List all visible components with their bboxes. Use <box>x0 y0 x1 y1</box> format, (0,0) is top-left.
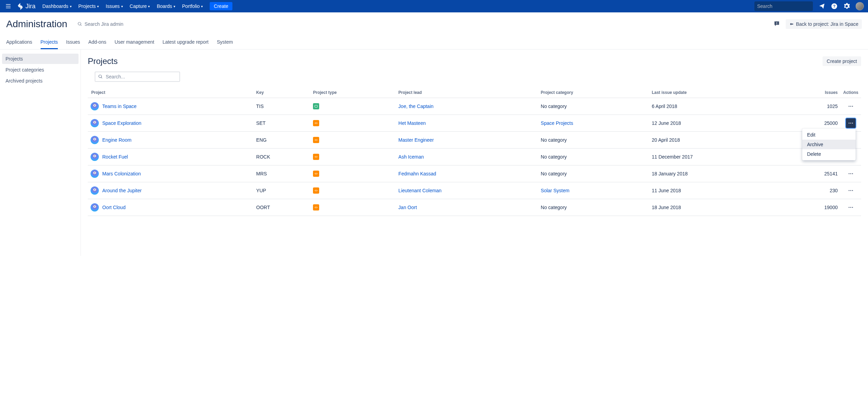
column-header: Key <box>253 87 310 98</box>
project-name-link[interactable]: Rocket Fuel <box>102 154 128 160</box>
last-issue-update: 18 June 2018 <box>649 199 785 216</box>
project-category: No category <box>538 98 649 115</box>
topnav-item-capture[interactable]: Capture▾ <box>130 3 150 9</box>
jira-logo[interactable]: Jira <box>17 2 35 10</box>
projects-table: ProjectKeyProject typeProject leadProjec… <box>88 87 861 216</box>
project-lead-link[interactable]: Het Masteen <box>398 120 426 126</box>
topnav-item-label: Dashboards <box>42 3 69 9</box>
project-avatar <box>91 136 99 144</box>
table-row: Engine RoomENGMaster EngineerNo category… <box>88 132 861 149</box>
project-lead-link[interactable]: Jan Oort <box>398 205 417 210</box>
topnav-item-issues[interactable]: Issues▾ <box>106 3 123 9</box>
project-avatar <box>91 186 99 195</box>
admin-tab-user-management[interactable]: User management <box>115 36 154 49</box>
feedback-icon[interactable] <box>773 20 780 28</box>
project-key: YUP <box>253 182 310 199</box>
svg-point-22 <box>852 190 853 191</box>
settings-icon[interactable] <box>843 3 850 10</box>
page-title: Administration <box>6 19 67 30</box>
sidebar-item-projects[interactable]: Projects <box>2 54 79 64</box>
project-lead-link[interactable]: Ash Iceman <box>398 154 424 160</box>
sidebar-item-project-categories[interactable]: Project categories <box>2 65 79 75</box>
row-actions-button[interactable] <box>846 101 856 111</box>
dropdown-item-archive[interactable]: Archive <box>802 140 856 149</box>
admin-tab-projects[interactable]: Projects <box>41 36 58 49</box>
project-type-icon <box>313 154 319 160</box>
project-category-link[interactable]: Solar System <box>541 188 569 193</box>
sidebar-item-archived-projects[interactable]: Archived projects <box>2 76 79 86</box>
row-actions-button[interactable] <box>846 169 856 179</box>
project-name-link[interactable]: Engine Room <box>102 137 132 143</box>
project-filter[interactable] <box>95 72 180 82</box>
topnav-item-projects[interactable]: Projects▾ <box>79 3 99 9</box>
column-header: Project <box>88 87 253 98</box>
global-search-input[interactable] <box>757 3 817 9</box>
svg-point-6 <box>850 106 851 107</box>
project-filter-input[interactable] <box>106 74 177 79</box>
svg-point-7 <box>852 106 853 107</box>
profile-avatar[interactable] <box>856 2 864 10</box>
admin-search-label: Search Jira admin <box>84 21 123 27</box>
global-search[interactable] <box>754 1 813 11</box>
dropdown-item-delete[interactable]: Delete <box>802 149 856 159</box>
project-name-link[interactable]: Oort Cloud <box>102 205 126 210</box>
create-button[interactable]: Create <box>210 2 232 10</box>
admin-search[interactable]: Search Jira admin <box>77 21 123 27</box>
svg-rect-4 <box>315 105 317 107</box>
create-project-button[interactable]: Create project <box>823 56 861 66</box>
row-actions-button[interactable] <box>846 118 856 128</box>
admin-tab-add-ons[interactable]: Add-ons <box>88 36 106 49</box>
project-type-icon <box>313 187 319 194</box>
actions-dropdown: EditArchiveDelete <box>802 129 856 160</box>
table-row: Space ExplorationSETHet MasteenSpace Pro… <box>88 115 861 132</box>
project-key: OORT <box>253 199 310 216</box>
project-key: SET <box>253 115 310 132</box>
project-lead-link[interactable]: Fedmahn Kassad <box>398 171 436 176</box>
project-name-link[interactable]: Space Exploration <box>102 120 142 126</box>
project-category-link[interactable]: Space Projects <box>541 120 573 126</box>
project-avatar <box>91 170 99 178</box>
svg-point-23 <box>849 207 850 208</box>
last-issue-update: 6 April 2018 <box>649 98 785 115</box>
back-to-project-button[interactable]: Back to project: Jira in Space <box>786 19 862 29</box>
last-issue-update: 18 January 2018 <box>649 165 785 182</box>
table-row: Around the JupiterYUPLieutenant ColemanS… <box>88 182 861 199</box>
row-actions-button[interactable] <box>846 203 856 212</box>
app-switcher-icon[interactable] <box>4 2 12 10</box>
admin-tab-issues[interactable]: Issues <box>66 36 80 49</box>
project-avatar <box>91 119 99 127</box>
notifications-icon[interactable] <box>818 3 825 10</box>
svg-point-24 <box>850 207 851 208</box>
topnav-item-dashboards[interactable]: Dashboards▾ <box>42 3 72 9</box>
row-actions-button[interactable] <box>846 186 856 195</box>
project-name-link[interactable]: Teams in Space <box>102 104 137 109</box>
section-title: Projects <box>88 56 118 66</box>
project-lead-link[interactable]: Joe, the Captain <box>398 104 433 109</box>
table-row: Mars ColonizationMRSFedmahn KassadNo cat… <box>88 165 861 182</box>
admin-tab-system[interactable]: System <box>217 36 233 49</box>
help-icon[interactable]: ? <box>831 3 838 10</box>
project-key: TIS <box>253 98 310 115</box>
admin-tab-applications[interactable]: Applications <box>6 36 32 49</box>
svg-point-21 <box>850 190 851 191</box>
project-name-link[interactable]: Mars Colonization <box>102 171 141 176</box>
project-lead-link[interactable]: Lieutenant Coleman <box>398 188 441 193</box>
svg-rect-3 <box>776 24 777 24</box>
admin-tab-latest-upgrade-report[interactable]: Latest upgrade report <box>163 36 209 49</box>
project-avatar <box>91 102 99 110</box>
logo-text: Jira <box>25 3 35 10</box>
topnav-item-boards[interactable]: Boards▾ <box>157 3 175 9</box>
issues-count: 19000 <box>785 199 840 216</box>
project-category: No category <box>538 165 649 182</box>
project-name-link[interactable]: Around the Jupiter <box>102 188 142 193</box>
sidebar: ProjectsProject categoriesArchived proje… <box>0 50 81 256</box>
dropdown-item-edit[interactable]: Edit <box>802 130 856 140</box>
issues-count: 230 <box>785 182 840 199</box>
topnav-item-portfolio[interactable]: Portfolio▾ <box>182 3 203 9</box>
chevron-down-icon: ▾ <box>97 4 99 8</box>
svg-point-5 <box>849 106 850 107</box>
column-header: Issues <box>785 87 840 98</box>
project-key: MRS <box>253 165 310 182</box>
topnav-item-label: Projects <box>79 3 96 9</box>
project-lead-link[interactable]: Master Engineer <box>398 137 434 143</box>
